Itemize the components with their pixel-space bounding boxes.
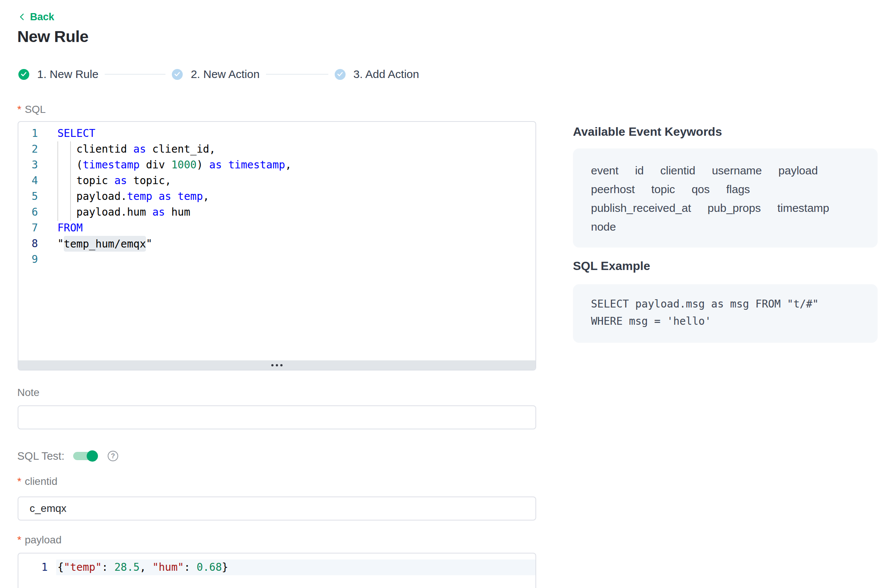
stepper: 1. New Rule2. New Action3. Add Action [18, 69, 419, 80]
payload-code-editor[interactable]: 1{"temp": 28.5, "hum": 0.68} [18, 553, 536, 588]
line-number: 4 [18, 173, 38, 189]
keyword-row: node [591, 218, 866, 236]
event-keyword: publish_received_at [591, 199, 691, 218]
sql-example-title: SQL Example [573, 259, 650, 273]
step-connector [105, 74, 165, 75]
note-field-label: Note [17, 387, 39, 399]
code-line-text: payload.hum as hum [57, 204, 190, 220]
code-line-text: "temp_hum/emqx" [57, 236, 152, 252]
sql-field-label: *SQL [17, 104, 46, 116]
payload-field-label: *payload [17, 534, 62, 546]
event-keyword: flags [726, 180, 750, 199]
note-input[interactable] [18, 405, 536, 429]
code-line: 3 (timestamp div 1000) as timestamp, [18, 157, 535, 173]
step-label: 2. New Action [191, 68, 259, 81]
sql-field-label-text: SQL [25, 104, 46, 115]
required-asterisk: * [17, 534, 21, 546]
line-number: 5 [18, 189, 38, 204]
code-line: 8"temp_hum/emqx" [18, 236, 535, 252]
new-rule-page: Back New Rule 1. New Rule2. New Action3.… [0, 0, 884, 588]
event-keyword: node [591, 218, 616, 236]
event-keyword: qos [692, 180, 710, 199]
page-title: New Rule [17, 27, 89, 46]
sql-example-line: WHERE msg = 'hello' [591, 313, 870, 330]
code-line-text: FROM [57, 220, 83, 236]
sql-test-row: SQL Test: ? [17, 448, 167, 464]
toggle-knob [87, 450, 98, 462]
resize-dot [271, 364, 274, 366]
back-link[interactable]: Back [18, 11, 54, 23]
clientid-field-label: *clientid [17, 476, 57, 488]
step-check-icon-done [18, 69, 29, 80]
step-item-2[interactable]: 2. New Action [172, 68, 259, 81]
sql-example-line: SELECT payload.msg as msg FROM "t/#" [591, 296, 870, 313]
line-number: 1 [18, 126, 38, 141]
event-keyword: timestamp [777, 199, 829, 218]
code-line-text: (timestamp div 1000) as timestamp, [57, 157, 292, 173]
note-label-text: Note [17, 387, 39, 398]
sql-test-toggle[interactable] [73, 452, 98, 460]
event-keyword: clientid [660, 161, 695, 180]
required-asterisk: * [17, 104, 21, 115]
resize-dot [276, 364, 278, 366]
code-line-text: clientid as client_id, [57, 141, 215, 157]
event-keyword: payload [779, 161, 818, 180]
code-line: 4 topic as topic, [18, 173, 535, 189]
code-line: 7FROM [18, 220, 535, 236]
resize-dot [280, 364, 283, 366]
event-keyword: id [635, 161, 643, 180]
code-line-text: SELECT [57, 126, 95, 141]
sql-code-editor[interactable]: 1SELECT2 clientid as client_id,3 (timest… [18, 121, 536, 370]
keyword-row: publish_received_atpub_propstimestamp [591, 199, 866, 218]
line-number: 1 [18, 560, 48, 575]
step-check-icon-pending [335, 69, 346, 80]
payload-code-content: 1{"temp": 28.5, "hum": 0.68} [18, 554, 535, 575]
line-number: 2 [18, 141, 38, 157]
code-line-text: payload.temp as temp, [57, 189, 209, 204]
event-keyword: event [591, 161, 618, 180]
back-label: Back [30, 11, 54, 23]
line-number: 3 [18, 157, 38, 173]
editor-resize-handle[interactable] [18, 360, 535, 370]
event-keyword: peerhost [591, 180, 635, 199]
event-keyword: topic [651, 180, 675, 199]
payload-label-text: payload [25, 534, 62, 546]
available-event-keywords-title: Available Event Keywords [573, 125, 722, 139]
code-line: 9 [18, 252, 535, 267]
help-icon[interactable]: ? [108, 451, 118, 461]
keyword-row: peerhosttopicqosflags [591, 180, 866, 199]
clientid-input[interactable] [18, 496, 536, 520]
step-connector [266, 74, 328, 75]
code-line: 1SELECT [18, 126, 535, 141]
step-label: 3. Add Action [353, 68, 419, 81]
step-label: 1. New Rule [37, 68, 98, 81]
keyword-row: eventidclientidusernamepayload [591, 161, 866, 180]
code-line: 5 payload.temp as temp, [18, 189, 535, 204]
sql-example-panel: SELECT payload.msg as msg FROM "t/#"WHER… [573, 284, 878, 343]
sql-code-content: 1SELECT2 clientid as client_id,3 (timest… [18, 122, 535, 267]
step-item-1[interactable]: 1. New Rule [18, 68, 98, 81]
code-line: 6 payload.hum as hum [18, 204, 535, 220]
code-line-text: {"temp": 28.5, "hum": 0.68} [57, 560, 228, 575]
event-keyword: username [712, 161, 762, 180]
line-number: 6 [18, 204, 38, 220]
line-number: 7 [18, 220, 38, 236]
step-item-3[interactable]: 3. Add Action [335, 68, 419, 81]
event-keywords-panel: eventidclientidusernamepayloadpeerhostto… [573, 148, 878, 248]
clientid-label-text: clientid [25, 476, 57, 487]
required-asterisk: * [17, 476, 21, 487]
chevron-left-icon [18, 13, 26, 21]
line-number: 8 [18, 236, 38, 252]
line-number: 9 [18, 252, 38, 267]
step-check-icon-pending [172, 69, 183, 80]
code-line-text: topic as topic, [57, 173, 171, 189]
code-line: 1{"temp": 28.5, "hum": 0.68} [18, 560, 535, 575]
code-line: 2 clientid as client_id, [18, 141, 535, 157]
event-keyword: pub_props [708, 199, 761, 218]
